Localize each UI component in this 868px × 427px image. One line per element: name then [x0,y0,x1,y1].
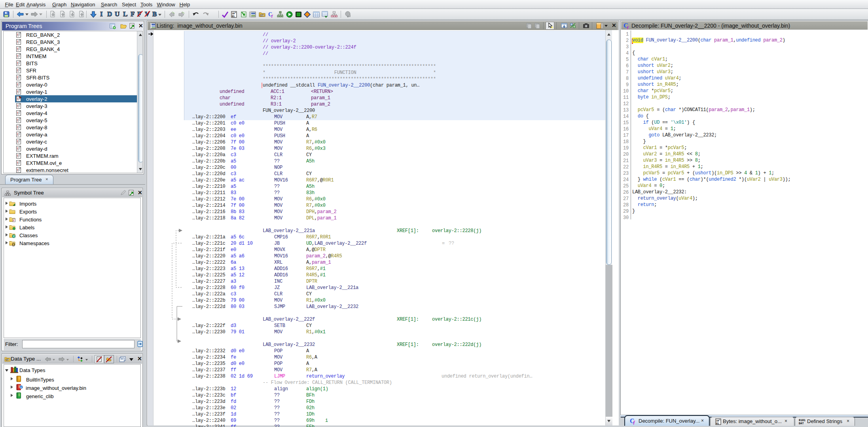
svg-text:{}: {} [12,242,15,246]
svg-text:0101: 0101 [799,419,805,422]
svg-text:01: 01 [716,422,719,425]
svg-text:f: f [271,14,273,18]
svg-text:C: C [13,234,15,238]
svg-text:DT: DT [6,359,8,361]
svg-text:01: 01 [232,15,235,17]
svg-text:DT: DT [260,14,263,17]
svg-text:f: f [633,420,635,425]
svg-text:f: f [627,25,629,29]
svg-text:DAT: DAT [799,422,804,425]
